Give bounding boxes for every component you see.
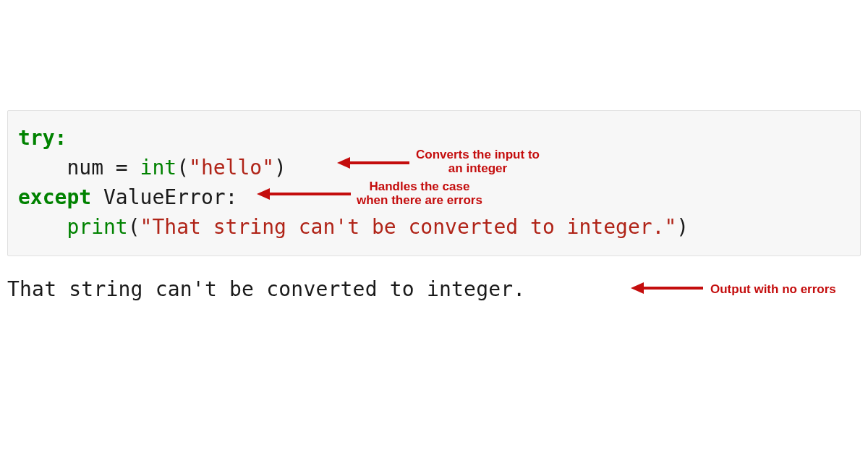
output-text: That string can't be converted to intege… [7,277,525,301]
paren-close: ) [274,156,286,180]
arrow-handles-icon [257,187,351,201]
svg-marker-3 [257,188,270,200]
svg-marker-1 [337,157,350,169]
colon: : [226,185,238,209]
space [91,185,103,209]
paren-close: ) [676,215,689,239]
paren-open: ( [176,156,189,180]
keyword-except: except [18,185,91,209]
arrow-output-icon [631,281,703,295]
string-hello: "hello" [189,156,274,180]
fn-print: print [67,215,127,239]
string-msg: "That string can't be converted to integ… [140,215,677,239]
annotation-convert-line2: an integer [448,161,507,175]
keyword-try: try: [18,126,67,150]
arrow-convert-icon [337,156,409,170]
code-indent [18,215,67,239]
annotation-convert-line1: Converts the input to [416,148,540,161]
code-assign: num = [67,156,140,180]
annotation-handles-line1: Handles the case [369,180,469,193]
paren-open: ( [128,215,140,239]
annotation-handles-line2: when there are errors [357,193,482,207]
annotation-convert: Converts the input to an integer [416,148,540,175]
code-indent [18,156,67,180]
annotation-output: Output with no errors [710,282,836,296]
code-line-4: print("That string can't be converted to… [18,212,860,242]
svg-marker-5 [631,282,644,294]
fn-int: int [140,156,177,180]
valueerror: ValueError [103,185,226,209]
annotation-handles: Handles the case when there are errors [357,180,482,207]
